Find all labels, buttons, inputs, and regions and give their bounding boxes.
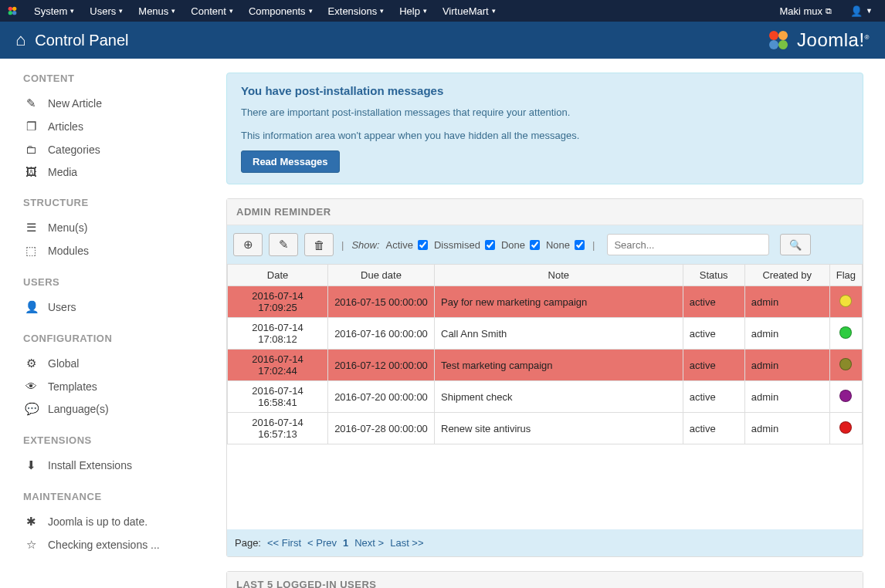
menu-users[interactable]: Users ▾ [83, 2, 129, 20]
nav-label: Install Extensions [48, 459, 132, 471]
nav-joomla-uptodate[interactable]: ✱Joomla is up to date. [23, 510, 205, 533]
page-first[interactable]: << First [267, 537, 301, 549]
sidebar-heading: CONFIGURATION [23, 333, 205, 344]
trash-icon: 🗑 [314, 238, 325, 252]
chevron-down-icon: ▼ [866, 7, 873, 15]
pencil-square-icon: ✎ [279, 238, 289, 252]
menu-menus[interactable]: Menus ▾ [132, 2, 181, 20]
menu-extensions[interactable]: Extensions ▾ [322, 2, 391, 20]
table-row[interactable]: 2016-07-14 17:02:442016-07-12 00:00:00Te… [228, 350, 863, 381]
filter-dismissed[interactable]: Dissmised [434, 239, 495, 251]
user-menu[interactable]: 👤 ▼ [844, 2, 879, 20]
page-next[interactable]: Next > [354, 537, 384, 549]
nav-articles-icon: ❐ [25, 120, 37, 133]
search-input[interactable] [607, 234, 769, 255]
svg-point-2 [8, 11, 12, 15]
nav-global[interactable]: ⚙Global [23, 352, 205, 375]
frontend-link[interactable]: Maki mux ⧉ [773, 2, 838, 20]
header-bar: ⌂ Control Panel Joomla!® [0, 22, 885, 59]
nav-install-extensions[interactable]: ⬇Install Extensions [23, 454, 205, 477]
nav-media[interactable]: 🖼Media [23, 161, 205, 183]
flag-icon [839, 421, 852, 434]
nav-modules-icon: ⬚ [25, 244, 37, 258]
page-prev[interactable]: < Prev [307, 537, 337, 549]
nav-media-icon: 🖼 [25, 165, 37, 178]
menu-system[interactable]: System ▾ [28, 2, 80, 20]
alert-title: You have post-installation messages [241, 84, 849, 97]
chevron-down-icon: ▾ [492, 7, 496, 15]
nav-label: Templates [48, 380, 97, 393]
col-due[interactable]: Due date [328, 265, 435, 286]
edit-button[interactable]: ✎ [269, 233, 298, 256]
nav-users-icon: 👤 [25, 300, 37, 314]
col-created[interactable]: Created by [744, 265, 829, 286]
reminder-toolbar: ⊕ ✎ 🗑 | Show: Active Dissmised Done None… [227, 225, 863, 264]
nav-install-extensions-icon: ⬇ [25, 458, 37, 472]
table-row[interactable]: 2016-07-14 17:08:122016-07-16 00:00:00Ca… [228, 318, 863, 350]
nav-users[interactable]: 👤Users [23, 296, 205, 319]
nav-new-article[interactable]: ✎New Article [23, 92, 205, 115]
search-button[interactable]: 🔍 [780, 234, 811, 255]
sidebar-heading: EXTENSIONS [23, 434, 205, 446]
nav-label: Users [48, 301, 76, 313]
nav-label: Menu(s) [48, 221, 87, 234]
add-button[interactable]: ⊕ [233, 233, 263, 256]
col-flag[interactable]: Flag [829, 265, 862, 286]
panel-heading-logged: LAST 5 LOGGED-IN USERS [227, 572, 863, 588]
chevron-down-icon: ▾ [309, 7, 313, 15]
top-menu-bar: System ▾Users ▾Menus ▾Content ▾Component… [0, 0, 885, 22]
svg-point-5 [778, 31, 788, 40]
chevron-down-icon: ▾ [229, 7, 233, 15]
table-row[interactable]: 2016-07-14 16:57:132016-07-28 00:00:00Re… [228, 413, 863, 444]
menu-components[interactable]: Components ▾ [242, 2, 319, 20]
nav-label: Joomla is up to date. [48, 515, 148, 528]
nav-label: Articles [48, 120, 83, 133]
joomla-icon [6, 5, 19, 17]
external-link-icon: ⧉ [826, 6, 832, 16]
nav-new-article-icon: ✎ [25, 96, 37, 110]
plus-circle-icon: ⊕ [243, 238, 253, 252]
menu-help[interactable]: Help ▾ [393, 2, 433, 20]
page-title: Control Panel [35, 32, 128, 49]
logged-in-users-panel: LAST 5 LOGGED-IN USERS Super UserAdminis… [226, 571, 863, 588]
col-date[interactable]: Date [228, 265, 328, 286]
admin-reminder-panel: ADMIN REMINDER ⊕ ✎ 🗑 | Show: Active Diss… [226, 198, 863, 557]
col-status[interactable]: Status [683, 265, 744, 286]
read-messages-button[interactable]: Read Messages [241, 150, 340, 173]
menu-content[interactable]: Content ▾ [185, 2, 239, 20]
nav-joomla-uptodate-icon: ✱ [25, 515, 37, 529]
nav-categories[interactable]: 🗀Categories [23, 138, 205, 161]
main-content: You have post-installation messages Ther… [212, 59, 885, 588]
nav-modules[interactable]: ⬚Modules [23, 239, 205, 262]
nav-languages-icon: 💬 [25, 402, 37, 416]
svg-point-1 [12, 7, 16, 11]
col-note[interactable]: Note [435, 265, 683, 286]
nav-templates[interactable]: 👁Templates [23, 375, 205, 397]
menu-virtuemart[interactable]: VirtueMart ▾ [436, 2, 502, 20]
nav-templates-icon: 👁 [25, 380, 37, 393]
svg-point-3 [12, 11, 16, 15]
nav-global-icon: ⚙ [25, 357, 37, 370]
filter-active[interactable]: Active [386, 239, 428, 251]
sidebar-heading: USERS [23, 276, 205, 288]
svg-point-7 [778, 40, 788, 49]
flag-icon [839, 295, 852, 307]
nav-label: Media [48, 166, 77, 178]
chevron-down-icon: ▾ [70, 7, 74, 15]
panel-heading-reminder: ADMIN REMINDER [227, 199, 863, 225]
page-last[interactable]: Last >> [390, 537, 423, 549]
nav-label: Language(s) [48, 403, 109, 415]
chevron-down-icon: ▾ [423, 7, 427, 15]
nav-checking-ext[interactable]: ☆Checking extensions ... [23, 533, 205, 556]
delete-button[interactable]: 🗑 [304, 233, 334, 256]
table-row[interactable]: 2016-07-14 17:09:252016-07-15 00:00:00Pa… [228, 286, 863, 318]
filter-none[interactable]: None [546, 239, 585, 251]
nav-languages[interactable]: 💬Language(s) [23, 397, 205, 421]
sidebar-heading: MAINTENANCE [23, 491, 205, 502]
table-row[interactable]: 2016-07-14 16:58:412016-07-20 00:00:00Sh… [228, 381, 863, 413]
nav-menus[interactable]: ☰Menu(s) [23, 216, 205, 239]
alert-line-1: There are important post-installation me… [241, 105, 849, 120]
filter-done[interactable]: Done [501, 239, 540, 251]
nav-articles[interactable]: ❐Articles [23, 115, 205, 138]
pagination: Page: << First < Prev 1 Next > Last >> [227, 529, 863, 556]
